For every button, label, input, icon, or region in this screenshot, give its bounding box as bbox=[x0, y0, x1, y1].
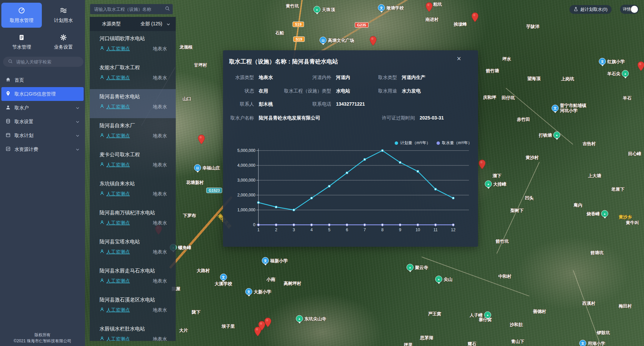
map-label-text: 溜下 bbox=[493, 173, 501, 178]
station-list-item[interactable]: 河口镇唱歌潭水电站 人工监测点 地表水 bbox=[90, 31, 176, 60]
field-value: 河道内生产 bbox=[402, 75, 425, 81]
map-pin[interactable] bbox=[198, 134, 205, 146]
map-label-text: 庆和坪 bbox=[483, 95, 496, 100]
map-label: 田仔坑 bbox=[502, 95, 515, 100]
station-list-item[interactable]: 陆河县水唇走马石水电站 人工监测点 地表水 bbox=[90, 263, 176, 292]
map-label: 庆和坪 bbox=[483, 95, 496, 100]
close-icon[interactable]: × bbox=[457, 55, 461, 62]
source-type-filter[interactable]: 水源类型 全部 (125) bbox=[90, 17, 176, 31]
sidebar-item-intake-settings[interactable]: 取水设置 bbox=[1, 115, 84, 129]
sidebar-item-water-users[interactable]: 取水户 bbox=[1, 101, 84, 115]
search-icon bbox=[8, 59, 13, 65]
map-label: 黄沙乡 bbox=[619, 214, 632, 219]
map-label-text: 甘坪村 bbox=[194, 62, 207, 68]
station-list-item[interactable]: 陆河县南万镇杞洋水电站 人工监测点 地表水 bbox=[90, 205, 176, 234]
sidebar-item-home[interactable]: 首页 bbox=[1, 73, 84, 87]
sidebar-item-gis-info-mgmt[interactable]: 取水口GIS信息管理 bbox=[1, 87, 84, 101]
legend-item[interactable]: 计划量（m³/年） bbox=[395, 140, 430, 146]
map-pin[interactable] bbox=[637, 61, 644, 73]
map-label: 中和村 bbox=[498, 274, 511, 279]
person-icon bbox=[100, 75, 105, 81]
legend-item[interactable]: 取水量（m³/年） bbox=[437, 140, 472, 146]
water-source-type: 地表水 bbox=[153, 75, 167, 81]
detail-toggle[interactable]: 详情 bbox=[620, 5, 639, 14]
map-label: 梅田村 bbox=[619, 303, 632, 309]
sidebar-search[interactable] bbox=[3, 57, 83, 67]
field-value: 水力发电 bbox=[402, 88, 421, 94]
map-pin[interactable] bbox=[369, 36, 377, 47]
map-label-text: 东坑尖山寺 bbox=[304, 316, 326, 321]
sidebar-item-water-billing[interactable]: 水资源计费 bbox=[1, 142, 84, 156]
person-icon bbox=[100, 336, 105, 341]
monitor-point-link[interactable]: 人工监测点 bbox=[106, 46, 130, 52]
module-planned-water-use[interactable]: 计划用水 bbox=[43, 3, 84, 28]
monitor-point-link[interactable]: 人工监测点 bbox=[106, 336, 130, 341]
module-water-saving-mgmt[interactable]: 节水管理 bbox=[1, 30, 42, 55]
map-label-text: 天珠顶 bbox=[322, 7, 335, 12]
map-pin[interactable] bbox=[471, 12, 479, 24]
legend-dot-icon bbox=[395, 141, 398, 145]
map-label-text: 中和村 bbox=[498, 274, 511, 279]
station-list-item[interactable]: 陆河县青砼水电站 人工监测点 地表水 bbox=[90, 89, 176, 118]
monitor-point-link[interactable]: 人工监测点 bbox=[106, 75, 130, 81]
station-list-item[interactable]: 友能水厂取水工程 人工监测点 地表水 bbox=[90, 60, 176, 89]
map-label-text: 赤竹田 bbox=[517, 117, 530, 122]
map-label-text: 挨垅蜂 bbox=[454, 22, 467, 27]
map-label: 下罗布 bbox=[183, 213, 196, 218]
search-icon[interactable] bbox=[165, 6, 170, 12]
map-label-text: 坝子里 bbox=[222, 324, 235, 329]
station-search[interactable] bbox=[90, 4, 173, 14]
map-label: 黄牛叫 bbox=[626, 220, 639, 225]
module-label: 节水管理 bbox=[12, 44, 31, 50]
over-plan-intake-label: 超计划取水(0) bbox=[580, 6, 608, 12]
monitor-point-link[interactable]: 人工监测点 bbox=[106, 104, 130, 110]
map-label-text: 梅田村 bbox=[619, 303, 632, 309]
over-plan-intake-badge[interactable]: 超计划取水(0) bbox=[569, 5, 612, 14]
sidebar-search-input[interactable] bbox=[16, 59, 78, 65]
person-icon bbox=[100, 104, 105, 110]
monitor-point-link[interactable]: 人工监测点 bbox=[106, 162, 130, 168]
monitor-point-link[interactable]: 人工监测点 bbox=[106, 278, 130, 284]
chevron-down-icon bbox=[166, 22, 170, 27]
station-list[interactable]: 河口镇唱歌潭水电站 人工监测点 地表水友能水厂取水工程 人工监测点 地表水陆河县… bbox=[90, 31, 176, 341]
sidebar-item-label: 取水计划 bbox=[15, 133, 33, 139]
user-icon bbox=[5, 105, 11, 111]
module-water-intake-mgmt[interactable]: 取用水管理 bbox=[1, 3, 42, 28]
station-detail-modal: 取水工程（设施）名称：陆河县青砼水电站 × 水源类型 地表水河道内外 河道内取水… bbox=[223, 50, 478, 247]
map-pin[interactable] bbox=[264, 317, 272, 329]
station-list-item[interactable]: 麦卡公司取水工程 人工监测点 地表水 bbox=[90, 147, 176, 176]
module-business-settings[interactable]: 业务设置 bbox=[43, 30, 84, 55]
toggle-knob-icon bbox=[631, 6, 638, 13]
monitor-point-link[interactable]: 人工监测点 bbox=[106, 220, 130, 226]
map-label-text: 箭塘坑 bbox=[590, 250, 604, 255]
monitor-point-link[interactable]: 人工监测点 bbox=[106, 307, 130, 313]
monitor-point-link[interactable]: 人工监测点 bbox=[106, 249, 130, 255]
map-label: 西溪村 bbox=[582, 301, 595, 306]
map-label: 凹头 bbox=[525, 195, 534, 201]
detail-toggle-label: 详情 bbox=[623, 6, 631, 12]
map-pin[interactable] bbox=[478, 159, 486, 171]
map-pin[interactable] bbox=[425, 2, 433, 14]
school-poi-icon: 文 bbox=[220, 274, 227, 281]
station-list-item[interactable]: 陆河县宝塔水电站 人工监测点 地表水 bbox=[90, 234, 176, 263]
map-label: 黄沙村 bbox=[526, 155, 539, 160]
map-label: 锣鼓坑 bbox=[597, 330, 610, 335]
monitor-point-link[interactable]: 人工监测点 bbox=[106, 133, 130, 139]
monitor-point-link[interactable]: 人工监测点 bbox=[106, 191, 130, 197]
map-label-text: 螺角嶂 bbox=[178, 245, 191, 250]
map-label: 高树坪村 bbox=[284, 281, 301, 286]
map-pin[interactable] bbox=[254, 326, 261, 338]
map-label-text: 沙和肚 bbox=[510, 322, 523, 327]
station-list-item[interactable]: 水唇镇水栏肚水电站 人工监测点 地表水 bbox=[90, 321, 176, 341]
map-label: ▲东坑尖山寺 bbox=[296, 315, 326, 322]
doc-icon bbox=[18, 34, 25, 42]
field-label: 联系电话 bbox=[223, 101, 331, 107]
station-search-input[interactable] bbox=[93, 6, 165, 12]
station-list-item[interactable]: 东坑镇自来水站 人工监测点 地表水 bbox=[90, 176, 176, 205]
map-label: 老屋下 bbox=[611, 187, 624, 192]
sidebar-item-intake-plan[interactable]: 取水计划 bbox=[1, 129, 84, 142]
map-label: 龙颈根 bbox=[179, 45, 193, 50]
station-list-item[interactable]: 陆河县激石溪老区水电站 人工监测点 地表水 bbox=[90, 292, 176, 321]
station-list-item[interactable]: 陆河县自来水厂 人工监测点 地表水 bbox=[90, 118, 176, 147]
x-axis-tick: 7 bbox=[364, 228, 366, 232]
